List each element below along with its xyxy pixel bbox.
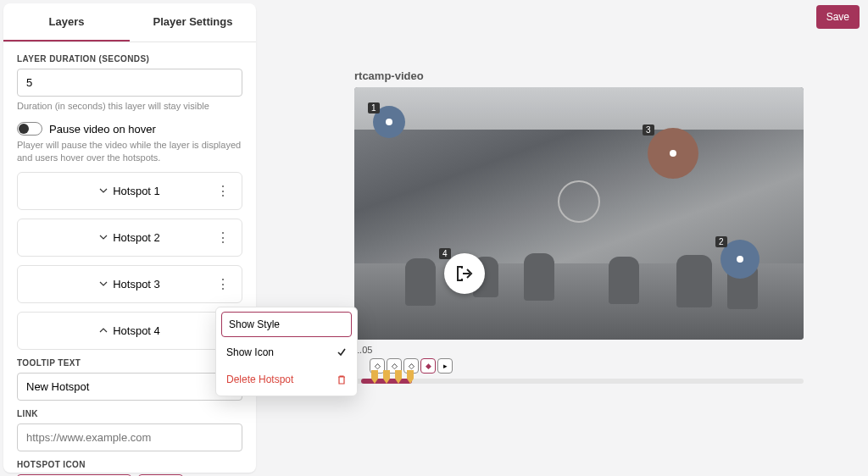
pause-label: Pause video on hover [49, 123, 156, 136]
duration-helper: Duration (in seconds) this layer will st… [17, 100, 242, 112]
menu-delete-hotspot[interactable]: Delete Hotspot [216, 366, 357, 393]
tab-player-settings[interactable]: Player Settings [130, 3, 256, 42]
hotspot-3-label: Hotspot 3 [113, 278, 160, 291]
hotspot-item-1[interactable]: Hotspot 1 ⋮ [17, 172, 242, 210]
timestamp: 1.05 [354, 345, 804, 355]
chevron-down-icon [99, 186, 108, 195]
hotspot-2-menu[interactable]: ⋮ [216, 230, 230, 246]
tooltip-input[interactable] [17, 373, 242, 401]
timeline-layer-icon[interactable]: ◆ [420, 358, 436, 374]
hotspot-context-menu: Show Style Show Icon Delete Hotspot [215, 307, 358, 396]
save-button[interactable]: Save [816, 5, 860, 29]
hotspot-item-3[interactable]: Hotspot 3 ⋮ [17, 265, 242, 303]
hotspot-4-label: Hotspot 4 [113, 324, 160, 337]
timeline-marker[interactable] [395, 370, 402, 387]
right-from-bracket-icon [456, 265, 473, 282]
timeline-marker[interactable] [371, 370, 378, 387]
tabs: Layers Player Settings [3, 3, 256, 42]
menu-show-icon-label: Show Icon [226, 346, 274, 358]
duration-label: LAYER DURATION (SECONDS) [17, 54, 242, 64]
hotspot-1-label: Hotspot 1 [113, 185, 160, 197]
timeline[interactable]: ◇ ◇ ◇ ◆ ▸ [354, 358, 804, 389]
hotspot-overlay-4-label: 4 [439, 248, 451, 259]
timeline-marker[interactable] [407, 370, 414, 387]
pause-helper: Player will pause the video while the la… [17, 139, 242, 163]
duration-input[interactable] [17, 69, 242, 97]
hotspot-overlay-4[interactable] [444, 253, 485, 294]
hotspot-overlay-2-label: 2 [715, 236, 727, 247]
link-label: LINK [17, 409, 242, 418]
tooltip-text-section: TOOLTIP TEXT [17, 358, 242, 401]
hotspot-overlay-3[interactable] [648, 128, 698, 179]
trash-icon [337, 374, 347, 385]
chevron-down-icon [99, 233, 108, 241]
sidebar-body: LAYER DURATION (SECONDS) Duration (in se… [3, 42, 256, 476]
icon-section: HOTSPOT ICON right-from-bracket Reset [17, 460, 242, 476]
sidebar: Layers Player Settings LAYER DURATION (S… [3, 3, 256, 473]
pause-toggle-row: Pause video on hover [17, 122, 242, 136]
video-preview[interactable]: 1 3 2 4 [354, 87, 804, 340]
timeline-bar[interactable] [354, 379, 804, 384]
chevron-down-icon [99, 280, 108, 288]
chevron-up-icon [99, 326, 108, 335]
hotspot-item-2[interactable]: Hotspot 2 ⋮ [17, 219, 242, 257]
video-wrapper: 1 3 2 4 1.05 ◇ ◇ ◇ ◆ ▸ [354, 87, 804, 389]
menu-delete-label: Delete Hotspot [226, 374, 293, 385]
hotspot-2-label: Hotspot 2 [113, 231, 160, 244]
hotspot-item-4[interactable]: Hotspot 4 ⋮ [17, 312, 242, 350]
link-section: LINK [17, 409, 242, 451]
tab-layers[interactable]: Layers [3, 3, 130, 42]
menu-show-style[interactable]: Show Style [221, 312, 352, 337]
timeline-layer-icon[interactable]: ▸ [437, 358, 453, 374]
icon-section-label: HOTSPOT ICON [17, 460, 242, 469]
tooltip-label: TOOLTIP TEXT [17, 358, 242, 368]
main: Save rtcamp-video 1 3 2 4 1.05 [259, 0, 868, 476]
link-input[interactable] [17, 423, 242, 451]
hotspot-1-menu[interactable]: ⋮ [216, 183, 230, 199]
hotspot-overlay-1-label: 1 [368, 102, 380, 113]
timeline-marker[interactable] [383, 370, 390, 387]
pause-toggle[interactable] [17, 122, 42, 136]
check-icon [337, 347, 347, 357]
hotspot-3-menu[interactable]: ⋮ [216, 276, 230, 292]
video-title: rtcamp-video [354, 69, 858, 82]
menu-show-icon[interactable]: Show Icon [216, 339, 357, 366]
hotspot-overlay-3-label: 3 [643, 125, 654, 136]
